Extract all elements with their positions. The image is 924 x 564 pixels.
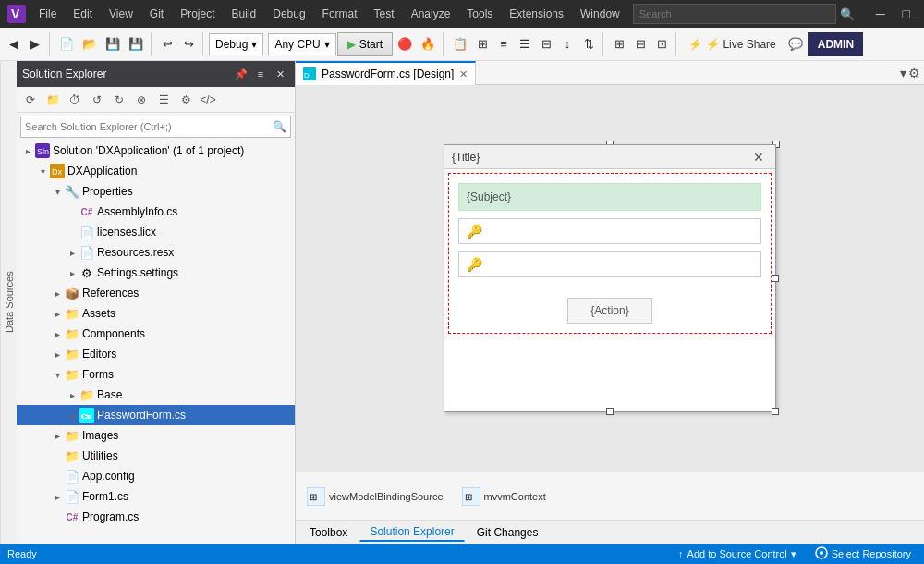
menu-tools[interactable]: Tools <box>459 6 500 22</box>
collapse-all-button[interactable]: 📁 <box>43 90 63 110</box>
tree-item-editors[interactable]: ▸ 📁 Editors <box>17 344 295 364</box>
solution-search-input[interactable] <box>21 121 269 132</box>
undo-button[interactable]: ↩ <box>157 32 177 56</box>
add-to-source-control[interactable]: ↑ Add to Source Control ▾ <box>673 548 802 560</box>
menu-view[interactable]: View <box>102 6 140 22</box>
menu-debug[interactable]: Debug <box>265 6 312 22</box>
tree-item-assets[interactable]: ▸ 📁 Assets <box>17 303 295 324</box>
start-button[interactable]: ▶ Start <box>337 32 393 56</box>
debug-config-dropdown[interactable]: Debug ▾ <box>209 33 263 55</box>
cpu-config-dropdown[interactable]: Any CPU ▾ <box>268 33 335 55</box>
forward-button[interactable]: ▶ <box>25 32 45 56</box>
form-designer[interactable]: {Title} ✕ {Subject} 🔑 <box>444 144 776 412</box>
menu-format[interactable]: Format <box>315 6 365 22</box>
resize-handle-mr[interactable] <box>772 275 779 282</box>
expand-icon[interactable]: ▸ <box>50 326 65 341</box>
toolbar-btn-7[interactable]: ⇅ <box>578 32 599 56</box>
menu-file[interactable]: File <box>31 6 64 22</box>
save-button[interactable]: 💾 <box>102 32 124 56</box>
expand-icon[interactable]: ▾ <box>50 184 65 199</box>
tree-item-settings[interactable]: ▸ ⚙ Settings.settings <box>17 263 295 283</box>
menu-extensions[interactable]: Extensions <box>502 6 571 22</box>
resize-handle-br[interactable] <box>772 408 779 415</box>
code-button[interactable]: </> <box>198 90 218 110</box>
menu-build[interactable]: Build <box>225 6 264 22</box>
toolbar-btn-4[interactable]: ☰ <box>515 32 535 56</box>
toolbar-btn-3[interactable]: ≡ <box>493 32 514 56</box>
show-all-button[interactable]: ☰ <box>153 90 174 110</box>
tree-item-licenses[interactable]: 📄 licenses.licx <box>17 222 295 242</box>
component-viewmodel[interactable]: ⊞ viewModelBindingSource <box>307 487 444 506</box>
expand-icon[interactable]: ▾ <box>35 164 50 178</box>
tab-git-changes[interactable]: Git Changes <box>467 523 549 542</box>
tree-item-assemblyinfo[interactable]: C# AssemblyInfo.cs <box>17 202 295 222</box>
tab-close-icon[interactable]: ✕ <box>459 68 468 80</box>
toolbar-btn-5[interactable]: ⊟ <box>536 32 556 56</box>
stop-button[interactable]: ⊗ <box>131 90 152 110</box>
form-close-icon[interactable]: ✕ <box>749 148 768 166</box>
toolbar-btn-2[interactable]: ⊞ <box>472 32 492 56</box>
menu-window[interactable]: Window <box>573 6 627 22</box>
title-search[interactable]: 🔍 <box>633 4 858 24</box>
tree-item-program[interactable]: C# Program.cs <box>17 507 295 527</box>
tree-item-resources[interactable]: ▸ 📄 Resources.resx <box>17 242 295 263</box>
expand-icon[interactable]: ▾ <box>50 367 65 382</box>
action-button[interactable]: {Action} <box>567 298 651 324</box>
tree-item-references[interactable]: ▸ 📦 References <box>17 283 295 303</box>
expand-icon[interactable]: ▸ <box>50 306 65 321</box>
search-input[interactable] <box>633 4 836 24</box>
pending-changes-button[interactable]: ⏱ <box>65 90 85 110</box>
expand-icon[interactable]: ▸ <box>50 428 65 443</box>
tree-item-appconfig[interactable]: 📄 App.config <box>17 466 295 486</box>
tree-item-utilities[interactable]: 📁 Utilities <box>17 446 295 466</box>
select-repository[interactable]: Select Repository <box>809 546 917 561</box>
panel-pin-button[interactable]: 📌 <box>232 65 250 83</box>
tree-item-forms[interactable]: ▾ 📁 Forms <box>17 364 295 385</box>
menu-analyze[interactable]: Analyze <box>404 6 458 22</box>
tab-dropdown-button[interactable]: ▾ <box>900 66 906 80</box>
attach-button[interactable]: 🔴 <box>394 32 416 56</box>
fire-button[interactable]: 🔥 <box>417 32 439 56</box>
open-button[interactable]: 📂 <box>79 32 101 56</box>
toolbar-btn-6[interactable]: ↕ <box>557 32 578 56</box>
solution-root[interactable]: ▸ Sln Solution 'DXApplication' (1 of 1 p… <box>17 141 295 161</box>
tab-settings-button[interactable]: ⚙ <box>908 66 920 80</box>
expand-icon[interactable]: ▸ <box>65 387 79 402</box>
menu-git[interactable]: Git <box>142 6 171 22</box>
tree-item-form1[interactable]: ▸ 📄 Form1.cs <box>17 486 295 507</box>
expand-icon[interactable]: ▸ <box>65 408 79 423</box>
save-all-button[interactable]: 💾 <box>125 32 147 56</box>
menu-edit[interactable]: Edit <box>66 6 100 22</box>
panel-dock-button[interactable]: ≡ <box>251 65 270 83</box>
component-mvvm[interactable]: ⊞ mvvmContext <box>462 487 546 506</box>
admin-button[interactable]: ADMIN <box>808 32 863 56</box>
properties-button[interactable]: ⚙ <box>176 90 196 110</box>
tab-passwordform[interactable]: D PasswordForm.cs [Design] ✕ <box>296 61 476 85</box>
feedback-button[interactable]: 💬 <box>784 32 807 56</box>
toolbar-align-3[interactable]: ⊡ <box>651 32 672 56</box>
minimize-button[interactable]: ─ <box>868 4 894 24</box>
expand-icon[interactable]: ▸ <box>20 143 35 158</box>
tree-item-images[interactable]: ▸ 📁 Images <box>17 425 295 446</box>
tree-item-base[interactable]: ▸ 📁 Base <box>17 385 295 405</box>
tab-toolbox[interactable]: Toolbox <box>299 523 358 542</box>
live-share-button[interactable]: ⚡ ⚡ Live Share <box>682 32 783 56</box>
password-input-1[interactable]: 🔑 <box>458 218 761 244</box>
design-surface[interactable]: {Title} ✕ {Subject} 🔑 <box>296 85 924 472</box>
expand-icon[interactable]: ▸ <box>65 245 79 260</box>
tree-item-passwordform[interactable]: ▸ Cs PasswordForm.cs <box>17 405 295 425</box>
toolbar-align-2[interactable]: ⊟ <box>630 32 650 56</box>
refresh-button[interactable]: ↺ <box>87 90 107 110</box>
toolbar-btn-1[interactable]: 📋 <box>449 32 471 56</box>
close-button[interactable]: ✕ <box>919 4 924 24</box>
expand-icon[interactable]: ▸ <box>50 489 65 504</box>
expand-icon[interactable]: ▸ <box>65 265 79 280</box>
menu-project[interactable]: Project <box>173 6 222 22</box>
expand-icon[interactable]: ▸ <box>50 286 65 300</box>
toolbar-align-1[interactable]: ⊞ <box>609 32 629 56</box>
menu-test[interactable]: Test <box>367 6 402 22</box>
tree-item-properties[interactable]: ▾ 🔧 Properties <box>17 181 295 202</box>
tree-item-components[interactable]: ▸ 📁 Components <box>17 324 295 344</box>
expand-icon[interactable]: ▸ <box>50 347 65 362</box>
tab-solution-explorer[interactable]: Solution Explorer <box>359 522 464 542</box>
